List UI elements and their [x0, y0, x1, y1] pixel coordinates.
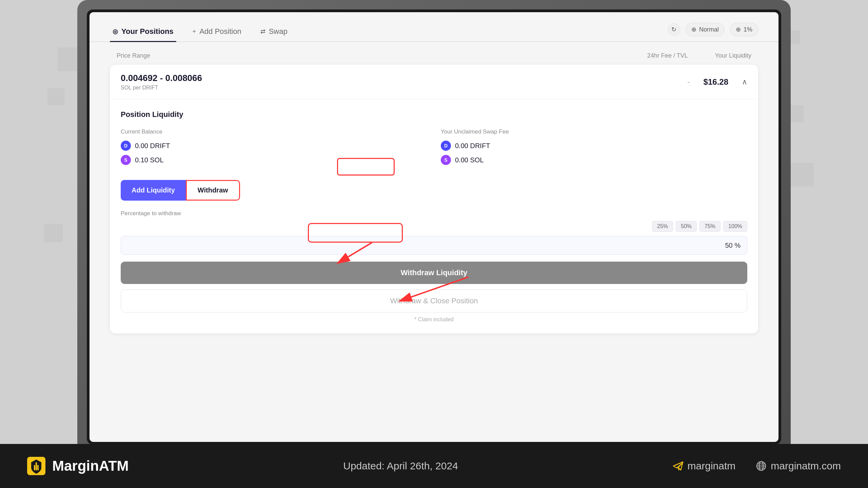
- quick-50-label: 50%: [681, 223, 692, 229]
- unclaimed-fee-label: Your Unclaimed Swap Fee: [441, 128, 747, 135]
- drift-fee-value: 0.00 DRIFT: [455, 142, 490, 150]
- tab-add-label: Add Position: [199, 27, 241, 36]
- position-card: 0.004692 - 0.008066 SOL per DRIFT - $16.…: [110, 65, 758, 333]
- col-headers-right: 24hr Fee / TVL Your Liquidity: [647, 52, 751, 59]
- sol-icon: S: [121, 155, 131, 165]
- updated-date: Updated: April 26th, 2024: [343, 460, 458, 471]
- withdraw-close-label: Withdraw & Close Position: [390, 297, 478, 305]
- content-area: Price Range 24hr Fee / TVL Your Liquidit…: [90, 42, 778, 344]
- price-range-text: 0.004692 - 0.008066: [121, 73, 202, 83]
- navigation-bar: ◎ Your Positions + Add Position ⇄ Swap: [90, 12, 778, 42]
- sol-fee-value: 0.00 SOL: [455, 156, 484, 164]
- fee-icon: ⊕: [736, 26, 741, 33]
- column-headers: Price Range 24hr Fee / TVL Your Liquidit…: [110, 52, 758, 65]
- position-body: Position Liquidity Current Balance D 0.0…: [110, 99, 758, 333]
- sol-balance-value: 0.10 SOL: [135, 156, 164, 164]
- price-unit: SOL per DRIFT: [121, 85, 202, 91]
- tab-your-positions[interactable]: ◎ Your Positions: [110, 22, 176, 41]
- dash-value: -: [687, 78, 690, 86]
- website-link[interactable]: marginatm.com: [756, 460, 841, 472]
- website-label: marginatm.com: [771, 460, 841, 472]
- withdraw-liquidity-label: Withdraw Liquidity: [401, 268, 468, 277]
- positions-icon: ◎: [113, 28, 118, 35]
- social-links: marginatm marginatm.com: [673, 460, 841, 472]
- col-price-range: Price Range: [117, 52, 150, 59]
- fee-badge[interactable]: ⊕ 1%: [730, 23, 758, 36]
- normal-mode-badge[interactable]: ⊕ Normal: [686, 23, 725, 36]
- withdraw-liquidity-container: Withdraw Liquidity: [121, 262, 747, 289]
- drift-icon: D: [121, 141, 131, 151]
- sol-fee-icon: S: [441, 155, 451, 165]
- add-icon: +: [193, 28, 196, 35]
- section-title: Position Liquidity: [121, 110, 747, 119]
- sol-balance-row: S 0.10 SOL: [121, 155, 427, 165]
- drift-balance-value: 0.00 DRIFT: [135, 142, 170, 150]
- tab-swap[interactable]: ⇄ Swap: [258, 22, 290, 41]
- quick-100-label: 100%: [728, 223, 742, 229]
- current-balance-col: Current Balance D 0.00 DRIFT S 0.10 SOL: [121, 128, 427, 169]
- drift-balance-row: D 0.00 DRIFT: [121, 141, 427, 151]
- percentage-input-row: 50 %: [121, 236, 747, 255]
- nav-controls: ↻ ⊕ Normal ⊕ 1%: [668, 23, 758, 40]
- sol-fee-row: S 0.00 SOL: [441, 155, 747, 165]
- expand-icon: ∧: [742, 78, 747, 86]
- unclaimed-fee-col: Your Unclaimed Swap Fee D 0.00 DRIFT S 0…: [441, 128, 747, 169]
- quick-25-label: 25%: [657, 223, 668, 229]
- position-header: 0.004692 - 0.008066 SOL per DRIFT - $16.…: [110, 65, 758, 99]
- percentage-row: 25% 50% 75%: [121, 221, 747, 232]
- website-icon: [756, 461, 767, 471]
- quick-75-label: 75%: [705, 223, 715, 229]
- telegram-label: marginatm: [688, 460, 736, 472]
- withdraw-label: Withdraw: [198, 186, 228, 194]
- refresh-button[interactable]: ↻: [668, 23, 680, 36]
- percentage-section: Percentage to withdraw 25% 50%: [121, 210, 747, 255]
- col-fee-tvl: 24hr Fee / TVL: [647, 52, 688, 59]
- quick-50-button[interactable]: 50%: [676, 221, 697, 232]
- claim-note: * Claim included: [121, 317, 747, 323]
- expand-button[interactable]: ∧: [742, 78, 747, 86]
- liquidity-value: $16.28: [704, 77, 728, 87]
- tab-positions-label: Your Positions: [121, 27, 174, 36]
- add-liquidity-button[interactable]: Add Liquidity: [121, 180, 186, 201]
- telegram-icon: [673, 461, 684, 471]
- add-liquidity-label: Add Liquidity: [132, 186, 175, 194]
- mode-icon: ⊕: [691, 26, 696, 33]
- percentage-input[interactable]: [121, 236, 747, 255]
- withdraw-liquidity-button[interactable]: Withdraw Liquidity: [121, 262, 747, 284]
- quick-25-button[interactable]: 25%: [652, 221, 673, 232]
- withdraw-close-button[interactable]: Withdraw & Close Position: [121, 289, 747, 312]
- current-balance-label: Current Balance: [121, 128, 427, 135]
- tab-add-position[interactable]: + Add Position: [190, 22, 244, 41]
- mode-label: Normal: [699, 26, 719, 33]
- quick-100-button[interactable]: 100%: [723, 221, 747, 232]
- percentage-display: 50 %: [725, 242, 741, 249]
- position-range: 0.004692 - 0.008066 SOL per DRIFT: [121, 73, 202, 91]
- brand-name: MarginATM: [52, 458, 129, 474]
- bottom-bar: MarginATM Updated: April 26th, 2024 marg…: [0, 444, 868, 488]
- updated-text: Updated: April 26th, 2024: [343, 460, 458, 472]
- refresh-icon: ↻: [671, 26, 676, 33]
- brand-logo-icon: [27, 457, 45, 475]
- drift-fee-row: D 0.00 DRIFT: [441, 141, 747, 151]
- quick-percentage-buttons: 25% 50% 75%: [652, 221, 747, 232]
- nav-tabs-left: ◎ Your Positions + Add Position ⇄ Swap: [110, 22, 290, 41]
- action-buttons: Add Liquidity Withdraw: [121, 180, 240, 201]
- col-your-liquidity: Your Liquidity: [715, 52, 751, 59]
- swap-icon: ⇄: [260, 28, 265, 35]
- position-header-right: - $16.28 ∧: [687, 77, 747, 87]
- withdraw-button[interactable]: Withdraw: [186, 180, 240, 201]
- telegram-link[interactable]: marginatm: [673, 460, 736, 472]
- brand-section: MarginATM: [27, 457, 129, 475]
- tab-swap-label: Swap: [269, 27, 288, 36]
- liquidity-grid: Current Balance D 0.00 DRIFT S 0.10 SOL: [121, 128, 747, 169]
- percentage-label: Percentage to withdraw: [121, 210, 747, 217]
- fee-label: 1%: [744, 26, 752, 33]
- drift-fee-icon: D: [441, 141, 451, 151]
- quick-75-button[interactable]: 75%: [699, 221, 721, 232]
